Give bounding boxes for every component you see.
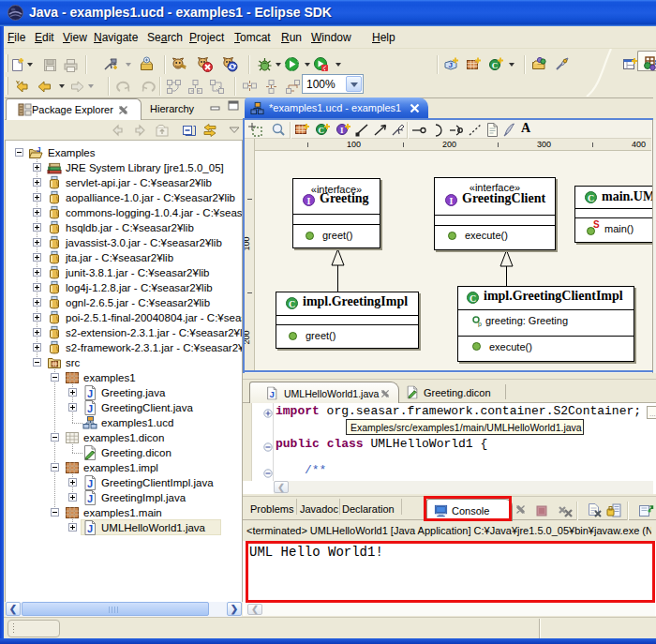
svg-text:J: J [449, 61, 453, 69]
svg-text:C: C [319, 126, 325, 135]
svg-text:I: I [340, 126, 344, 135]
svg-text:p: p [478, 321, 482, 327]
svg-text:C: C [492, 61, 499, 70]
